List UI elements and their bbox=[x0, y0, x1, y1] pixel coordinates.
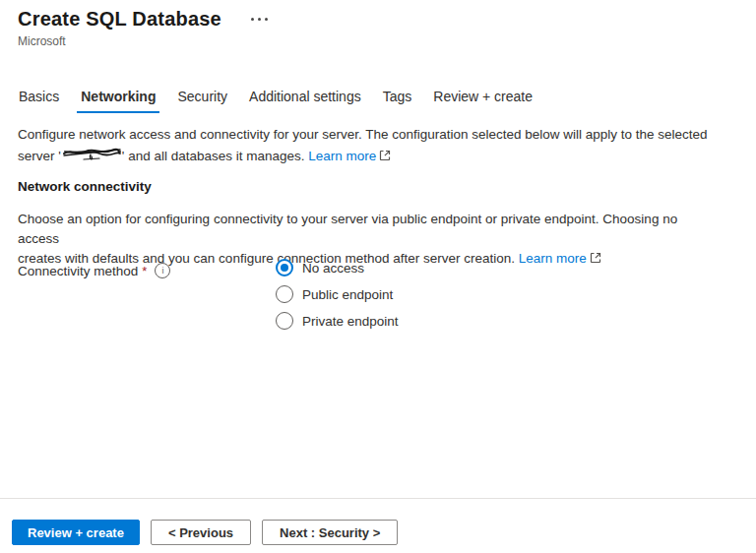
desc-line1: Choose an option for configuring connect… bbox=[18, 212, 677, 246]
next-security-button[interactable]: Next : Security > bbox=[262, 520, 398, 545]
tab-networking[interactable]: Networking bbox=[70, 85, 166, 113]
footer-divider bbox=[0, 498, 756, 499]
tab-review-create[interactable]: Review + create bbox=[422, 85, 543, 113]
blade-header: Create SQL Database Microsoft bbox=[18, 8, 272, 48]
radio-option-no-access[interactable]: No access bbox=[276, 259, 399, 276]
publisher-label: Microsoft bbox=[18, 34, 272, 48]
tab-security[interactable]: Security bbox=[166, 85, 238, 113]
radio-option-private-endpoint[interactable]: Private endpoint bbox=[276, 312, 399, 330]
intro-line2-after: ' and all databases it manages. bbox=[122, 149, 308, 163]
info-icon[interactable]: i bbox=[155, 263, 170, 278]
previous-button[interactable]: < Previous bbox=[151, 520, 251, 545]
intro-line1: Configure network access and connectivit… bbox=[18, 127, 708, 142]
connectivity-method-row: Connectivity method * i No access Public… bbox=[18, 259, 399, 330]
page-title: Create SQL Database bbox=[18, 8, 221, 31]
radio-option-label: No access bbox=[302, 261, 364, 276]
wizard-tabs: Basics Networking Security Additional se… bbox=[8, 85, 543, 113]
radio-option-public-endpoint[interactable]: Public endpoint bbox=[276, 285, 399, 303]
tab-tags[interactable]: Tags bbox=[372, 85, 423, 113]
learn-more-link-intro[interactable]: Learn more bbox=[308, 149, 376, 163]
radio-option-label: Private endpoint bbox=[302, 314, 399, 329]
networking-intro-text: Configure network access and connectivit… bbox=[18, 125, 713, 170]
more-options-icon[interactable] bbox=[247, 13, 272, 26]
required-asterisk: * bbox=[142, 264, 147, 278]
radio-selected-icon[interactable] bbox=[276, 259, 293, 276]
review-create-button[interactable]: Review + create bbox=[12, 520, 140, 545]
intro-line2-before: server ' bbox=[18, 149, 61, 163]
tab-additional-settings[interactable]: Additional settings bbox=[238, 85, 372, 113]
footer-button-bar: Review + create < Previous Next : Securi… bbox=[12, 520, 398, 545]
redacted-server-name-scribble bbox=[62, 145, 121, 170]
radio-unselected-icon[interactable] bbox=[276, 285, 293, 303]
learn-more-link-section[interactable]: Learn more bbox=[519, 251, 587, 266]
section-heading: Network connectivity bbox=[18, 177, 713, 197]
external-link-icon bbox=[379, 147, 391, 166]
connectivity-method-radio-group: No access Public endpoint Private endpoi… bbox=[276, 259, 399, 330]
connectivity-method-label: Connectivity method bbox=[18, 264, 138, 278]
radio-option-label: Public endpoint bbox=[302, 287, 393, 302]
external-link-icon bbox=[590, 249, 601, 269]
tab-basics[interactable]: Basics bbox=[8, 85, 70, 113]
radio-unselected-icon[interactable] bbox=[276, 312, 293, 330]
